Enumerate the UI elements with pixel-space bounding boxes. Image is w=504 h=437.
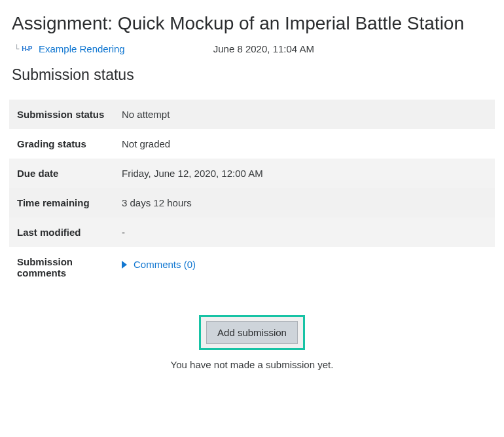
page-title: Assignment: Quick Mockup of an Imperial … [12, 13, 495, 34]
value-due-date: Friday, June 12, 2020, 12:00 AM [114, 159, 495, 188]
h5p-icon: H-P [22, 45, 32, 52]
comments-link-text: Comments (0) [134, 259, 196, 270]
row-last-modified: Last modified - [9, 218, 495, 247]
expand-icon [122, 261, 127, 269]
attachment-link[interactable]: Example Rendering [39, 43, 125, 54]
value-grading-status: Not graded [114, 129, 495, 159]
submission-status-table: Submission status No attempt Grading sta… [9, 100, 495, 288]
submission-note: You have not made a submission yet. [9, 359, 495, 370]
attachment-row: └ H-P Example Rendering June 8 2020, 11:… [14, 43, 495, 54]
assignment-page: Assignment: Quick Mockup of an Imperial … [0, 0, 504, 437]
comments-toggle-link[interactable]: Comments (0) [122, 259, 196, 270]
add-submission-button[interactable]: Add submission [206, 321, 298, 344]
submission-status-heading: Submission status [12, 66, 495, 84]
row-submission-comments: Submission comments Comments (0) [9, 247, 495, 288]
row-grading-status: Grading status Not graded [9, 129, 495, 159]
label-time-remaining: Time remaining [9, 188, 114, 218]
value-time-remaining: 3 days 12 hours [114, 188, 495, 218]
row-time-remaining: Time remaining 3 days 12 hours [9, 188, 495, 218]
row-due-date: Due date Friday, June 12, 2020, 12:00 AM [9, 159, 495, 188]
label-grading-status: Grading status [9, 129, 114, 159]
row-submission-status: Submission status No attempt [9, 100, 495, 129]
label-due-date: Due date [9, 159, 114, 188]
action-area: Add submission You have not made a submi… [9, 315, 495, 370]
attachment-date: June 8 2020, 11:04 AM [213, 43, 314, 54]
tree-branch-icon: └ [14, 45, 19, 54]
label-submission-status: Submission status [9, 100, 114, 129]
label-submission-comments: Submission comments [9, 247, 114, 288]
value-submission-status: No attempt [114, 100, 495, 129]
add-submission-highlight: Add submission [199, 315, 305, 350]
value-last-modified: - [114, 218, 495, 247]
label-last-modified: Last modified [9, 218, 114, 247]
